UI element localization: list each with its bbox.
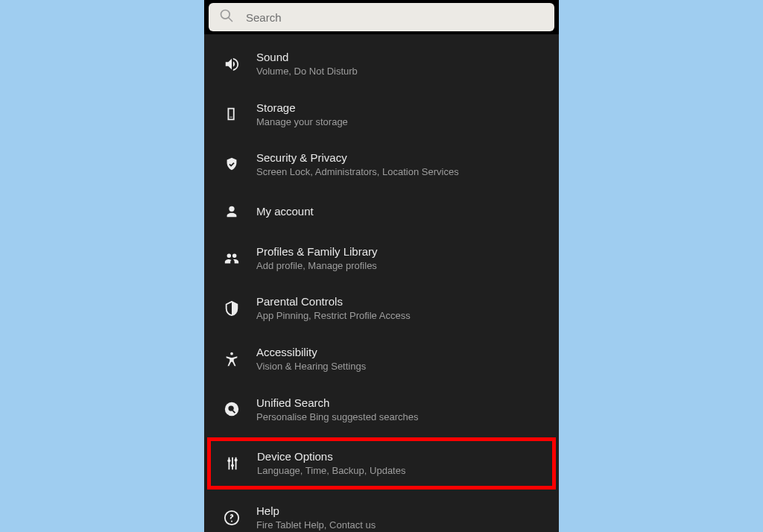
settings-item-title: Security & Privacy: [256, 151, 459, 165]
settings-screen: SoundVolume, Do Not DisturbStorageManage…: [204, 0, 559, 532]
accessibility-icon: [224, 351, 240, 367]
settings-item-text: HelpFire Tablet Help, Contact us: [256, 504, 376, 531]
sound-icon: [224, 56, 240, 72]
settings-item-title: Storage: [256, 101, 348, 115]
settings-item-text: AccessibilityVision & Hearing Settings: [256, 346, 366, 373]
settings-item-help[interactable]: HelpFire Tablet Help, Contact us: [207, 493, 556, 532]
settings-item-text: Security & PrivacyScreen Lock, Administr…: [256, 151, 459, 178]
security-icon: [224, 156, 240, 173]
settings-item-subtitle: Add profile, Manage profiles: [256, 260, 378, 272]
settings-item-subtitle: App Pinning, Restrict Profile Access: [256, 310, 411, 322]
settings-item-subtitle: Manage your storage: [256, 116, 348, 128]
search-bar-container: [204, 0, 559, 34]
settings-item-text: Parental ControlsApp Pinning, Restrict P…: [256, 295, 411, 322]
svg-line-1: [229, 18, 232, 22]
settings-item-storage[interactable]: StorageManage your storage: [207, 89, 556, 140]
settings-item-subtitle: Language, Time, Backup, Updates: [257, 465, 405, 477]
account-icon: [224, 203, 240, 220]
search-input[interactable]: [244, 10, 544, 25]
settings-item-title: Unified Search: [256, 396, 419, 410]
settings-item-sound[interactable]: SoundVolume, Do Not Disturb: [207, 39, 556, 89]
settings-item-text: Unified SearchPersonalise Bing suggested…: [256, 396, 419, 423]
settings-list: SoundVolume, Do Not DisturbStorageManage…: [204, 34, 559, 532]
device-icon: [224, 455, 241, 472]
search-bar[interactable]: [209, 3, 554, 31]
parental-icon: [224, 300, 240, 317]
settings-item-device[interactable]: Device OptionsLanguage, Time, Backup, Up…: [207, 437, 556, 490]
settings-item-text: Profiles & Family LibraryAdd profile, Ma…: [256, 245, 378, 272]
unified-icon: [224, 401, 240, 417]
help-icon: [224, 510, 240, 526]
search-icon: [219, 8, 234, 26]
settings-item-subtitle: Personalise Bing suggested searches: [256, 411, 419, 423]
settings-item-profiles[interactable]: Profiles & Family LibraryAdd profile, Ma…: [207, 233, 556, 284]
settings-item-unified[interactable]: Unified SearchPersonalise Bing suggested…: [207, 384, 556, 435]
settings-item-subtitle: Volume, Do Not Disturb: [256, 66, 358, 77]
settings-item-text: SoundVolume, Do Not Disturb: [256, 51, 358, 77]
settings-item-title: Parental Controls: [256, 295, 411, 308]
settings-item-text: Device OptionsLanguage, Time, Backup, Up…: [257, 450, 405, 477]
settings-item-security[interactable]: Security & PrivacyScreen Lock, Administr…: [207, 139, 556, 190]
settings-item-title: Help: [256, 504, 376, 518]
settings-item-account[interactable]: My account: [207, 190, 556, 233]
settings-item-text: My account: [256, 205, 314, 218]
settings-item-title: Sound: [256, 51, 358, 64]
settings-item-title: Profiles & Family Library: [256, 245, 378, 259]
settings-item-subtitle: Screen Lock, Administrators, Location Se…: [256, 166, 459, 178]
settings-item-subtitle: Fire Tablet Help, Contact us: [256, 519, 376, 531]
settings-item-text: StorageManage your storage: [256, 101, 348, 128]
settings-item-title: Device Options: [257, 450, 405, 463]
settings-item-title: My account: [256, 205, 314, 218]
storage-icon: [224, 106, 240, 122]
profiles-icon: [224, 250, 240, 267]
settings-item-subtitle: Vision & Hearing Settings: [256, 361, 366, 373]
settings-item-title: Accessibility: [256, 346, 366, 359]
settings-item-parental[interactable]: Parental ControlsApp Pinning, Restrict P…: [207, 283, 556, 334]
settings-item-accessibility[interactable]: AccessibilityVision & Hearing Settings: [207, 334, 556, 384]
